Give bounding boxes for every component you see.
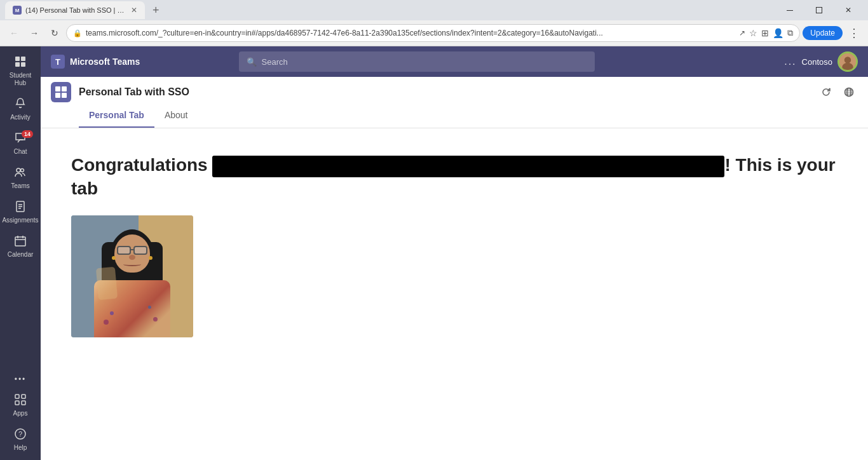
teams-right-panel: T Microsoft Teams 🔍 Search ... Contoso	[41, 46, 868, 460]
teams-app-name: Microsoft Teams	[70, 57, 140, 67]
browser-titlebar: M (14) Personal Tab with SSO | Micr ✕ + …	[0, 0, 868, 20]
svg-rect-11	[22, 395, 25, 398]
teams-app: Student Hub Activity 14 Chat	[0, 46, 868, 460]
tab-title: (14) Personal Tab with SSO | Micr	[25, 6, 127, 14]
maximize-button[interactable]	[804, 0, 834, 20]
student-hub-icon	[14, 55, 27, 70]
tab-personal-tab[interactable]: Personal Tab	[79, 105, 154, 128]
sidebar-item-student-hub[interactable]: Student Hub	[4, 51, 37, 91]
minimize-button[interactable]	[775, 0, 804, 20]
address-bar[interactable]: 🔒 teams.microsoft.com/_?culture=en-in&co…	[66, 24, 800, 42]
search-placeholder-text: Search	[262, 57, 288, 67]
chat-label: Chat	[13, 148, 27, 156]
toolbar-actions: Update ⋮	[803, 24, 863, 42]
svg-rect-2	[15, 57, 20, 61]
browser-tab-active[interactable]: M (14) Personal Tab with SSO | Micr ✕	[5, 1, 145, 19]
svg-rect-4	[15, 62, 20, 67]
browser-toolbar: ← → ↻ 🔒 teams.microsoft.com/_?culture=en…	[0, 20, 868, 46]
teams-content-area: Congratulations ████████████████████████…	[41, 128, 868, 460]
window-controls: ✕	[775, 0, 863, 20]
activity-label: Activity	[10, 114, 31, 121]
assignments-label: Assignments	[2, 217, 38, 224]
apps-icon	[14, 393, 27, 408]
close-button[interactable]: ✕	[834, 0, 863, 20]
teams-label: Teams	[11, 182, 29, 190]
browser-menu-button[interactable]: ⋮	[845, 24, 863, 42]
profile-photo	[71, 215, 193, 337]
sidebar-item-teams[interactable]: Teams	[4, 162, 37, 194]
sidebar-item-chat[interactable]: 14 Chat	[4, 128, 37, 159]
bookmark-icon[interactable]: ☆	[749, 28, 757, 38]
sidebar-item-activity[interactable]: Activity	[4, 93, 37, 125]
svg-point-7	[21, 169, 24, 172]
more-icon: •••	[15, 375, 27, 383]
sidebar-item-assignments[interactable]: Assignments	[4, 196, 37, 228]
globe-button[interactable]	[840, 83, 858, 101]
sidebar-item-apps[interactable]: Apps	[4, 389, 37, 421]
header-right-actions: ... Contoso	[784, 51, 858, 72]
teams-logo: T Microsoft Teams	[51, 55, 140, 69]
profile-icon[interactable]: 👤	[773, 28, 783, 38]
back-button[interactable]: ←	[5, 24, 23, 42]
svg-text:?: ?	[18, 430, 22, 438]
reload-button[interactable]: ↻	[46, 24, 64, 42]
lock-icon: 🔒	[73, 29, 82, 37]
app-header: Personal Tab with SSO	[41, 77, 868, 102]
tab-favicon: M	[13, 6, 22, 15]
teams-main-content: Personal Tab with SSO	[41, 77, 868, 460]
browser-chrome: M (14) Personal Tab with SSO | Micr ✕ + …	[0, 0, 868, 46]
share-icon[interactable]: ↗	[739, 29, 745, 37]
search-bar[interactable]: 🔍 Search	[239, 51, 595, 72]
refresh-button[interactable]	[817, 83, 835, 101]
svg-point-19	[844, 57, 851, 64]
svg-rect-9	[15, 237, 25, 246]
extensions-icon[interactable]: ⊞	[761, 28, 769, 38]
teams-search: 🔍 Search	[239, 51, 595, 72]
congrats-prefix: Congratulations	[71, 155, 212, 175]
help-label: Help	[14, 444, 27, 452]
chat-badge: 14	[22, 130, 33, 138]
activity-icon	[14, 97, 27, 112]
sidebar-item-calendar[interactable]: Calendar	[4, 231, 37, 262]
svg-rect-1	[817, 8, 822, 13]
teams-sidebar: Student Hub Activity 14 Chat	[0, 46, 41, 460]
svg-rect-3	[21, 57, 25, 61]
teams-icon	[14, 166, 27, 180]
user-avatar[interactable]	[837, 51, 858, 72]
forward-button[interactable]: →	[25, 24, 43, 42]
assignments-icon	[14, 200, 27, 215]
search-icon: 🔍	[247, 57, 257, 67]
update-button[interactable]: Update	[803, 26, 843, 40]
new-tab-button[interactable]: +	[147, 4, 165, 17]
header-more-icon[interactable]: ...	[784, 56, 796, 67]
svg-rect-5	[21, 62, 25, 67]
student-hub-label: Student Hub	[6, 72, 34, 87]
congratulations-heading: Congratulations ████████████████████████…	[71, 154, 837, 200]
url-text: teams.microsoft.com/_?culture=en-in&coun…	[86, 29, 735, 37]
svg-text:T: T	[55, 57, 60, 67]
splitscreen-icon[interactable]: ⧉	[787, 28, 793, 38]
svg-rect-0	[787, 10, 793, 11]
help-icon: ?	[14, 428, 27, 442]
tab-close-button[interactable]: ✕	[131, 6, 137, 15]
svg-rect-12	[15, 401, 19, 405]
tab-about[interactable]: About	[154, 105, 198, 128]
svg-rect-13	[22, 401, 25, 405]
svg-rect-10	[15, 395, 19, 398]
app-header-actions	[817, 83, 858, 101]
sidebar-item-help[interactable]: ? Help	[4, 424, 37, 456]
teams-header: T Microsoft Teams 🔍 Search ... Contoso	[41, 46, 868, 77]
sidebar-item-more[interactable]: •••	[4, 372, 37, 387]
redacted-email: ████████████████████████████████@microso…	[212, 156, 724, 177]
apps-label: Apps	[13, 410, 28, 417]
calendar-label: Calendar	[8, 251, 34, 259]
app-top-bar: Personal Tab with SSO	[41, 77, 868, 128]
app-tabs: Personal Tab About	[41, 105, 868, 128]
svg-point-6	[17, 168, 20, 172]
app-icon	[51, 82, 71, 102]
header-username: Contoso	[802, 57, 832, 67]
calendar-icon	[14, 234, 27, 249]
app-title: Personal Tab with SSO	[79, 86, 189, 98]
